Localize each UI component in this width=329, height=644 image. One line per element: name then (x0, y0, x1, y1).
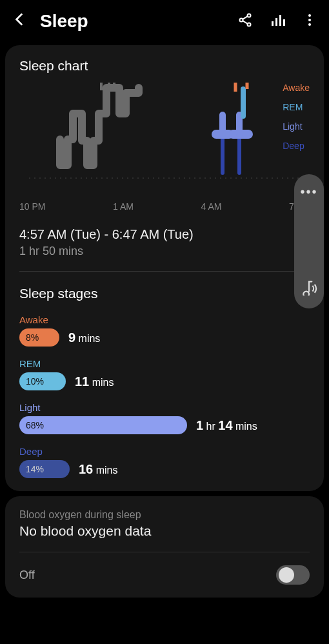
divider (19, 552, 310, 552)
stage-duration: 11 mins (75, 374, 114, 389)
oxygen-card: Blood oxygen during sleep No blood oxyge… (5, 496, 324, 598)
stage-bar: 14% (19, 460, 70, 478)
oxygen-toggle-label: Off (19, 569, 35, 582)
panel-more-icon[interactable]: ••• (300, 185, 317, 199)
stage-label: Awake (19, 314, 310, 325)
svg-point-11 (308, 23, 311, 26)
sleep-chart[interactable]: Awake REM Light Deep (19, 81, 310, 197)
sleep-time-range: 4:57 AM (Tue) - 6:47 AM (Tue) (19, 227, 310, 242)
x-tick: 10 PM (19, 201, 45, 212)
stage-bar: 8% (19, 328, 59, 347)
share-icon[interactable] (237, 12, 253, 30)
chart-svg (19, 81, 310, 185)
page-title: Sleep (40, 11, 237, 32)
svg-line-3 (243, 16, 248, 19)
legend-awake: Awake (283, 83, 310, 93)
sleep-card: Sleep chart Awake REM Light (5, 45, 324, 491)
stats-icon[interactable] (270, 12, 285, 30)
more-icon[interactable] (302, 12, 317, 30)
svg-rect-6 (275, 18, 277, 26)
svg-point-10 (308, 19, 311, 21)
svg-rect-5 (272, 21, 274, 26)
divider (19, 271, 310, 272)
oxygen-toggle[interactable] (276, 565, 310, 585)
stage-label: Deep (19, 446, 310, 457)
svg-point-1 (240, 19, 243, 22)
oxygen-value: No blood oxygen data (19, 523, 310, 539)
oxygen-label: Blood oxygen during sleep (19, 509, 310, 521)
back-icon[interactable] (12, 11, 28, 32)
chart-title: Sleep chart (19, 58, 310, 74)
stage-duration: 16 mins (79, 462, 117, 477)
svg-rect-8 (283, 19, 285, 26)
floating-panel[interactable]: ••• (294, 174, 324, 308)
svg-rect-7 (279, 15, 281, 26)
svg-point-2 (248, 23, 251, 26)
sleep-summary: 4:57 AM (Tue) - 6:47 AM (Tue) 1 hr 50 mi… (19, 227, 310, 258)
sleep-duration: 1 hr 50 mins (19, 245, 310, 258)
legend-deep: Deep (283, 141, 310, 151)
stage-awake: Awake 8% 9 mins (19, 314, 310, 347)
stage-label: REM (19, 358, 310, 369)
svg-point-0 (248, 14, 251, 17)
chart-x-axis: 10 PM 1 AM 4 AM 7 AM (19, 197, 310, 212)
x-tick: 1 AM (113, 201, 134, 212)
svg-line-4 (243, 21, 248, 24)
toggle-knob (279, 567, 294, 583)
stage-deep: Deep 14% 16 mins (19, 446, 310, 478)
sound-icon[interactable] (301, 279, 317, 298)
stage-duration: 1 hr 14 mins (196, 418, 257, 433)
stages-title: Sleep stages (19, 286, 97, 301)
stage-duration: 9 mins (68, 330, 100, 345)
legend-light: Light (283, 121, 310, 132)
stage-label: Light (19, 402, 310, 413)
stage-light: Light 68% 1 hr 14 mins (19, 402, 310, 434)
svg-point-9 (308, 14, 311, 17)
stage-bar: 10% (19, 372, 66, 390)
stage-bar: 68% (19, 416, 187, 434)
legend-rem: REM (283, 102, 310, 112)
x-tick: 4 AM (201, 201, 222, 212)
chart-legend: Awake REM Light Deep (283, 83, 310, 160)
stage-rem: REM 10% 11 mins (19, 358, 310, 390)
